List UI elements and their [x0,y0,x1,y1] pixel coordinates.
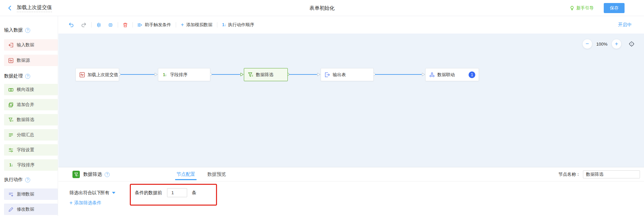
sidebar-item-field-settings[interactable]: 字段设置 [4,144,58,156]
node-name-label: 节点名称： [558,171,580,177]
filter-middle-label: 条件的数据前 [135,190,162,196]
filter-config-body: 筛选出符合以下 所有 条件的数据前 条 + 添加筛选条件 [58,181,644,216]
add-filter-condition-button[interactable]: + 添加筛选条件 [69,200,101,206]
horizontal-join-icon [8,87,13,92]
filter-icon [8,117,13,122]
edge-line [120,74,154,75]
toolbar-divider [132,22,133,28]
field-settings-icon [8,148,13,153]
sidebar-item-group-summary[interactable]: 分组汇总 [4,129,58,141]
import-icon [8,43,13,48]
filter-prefix-label: 筛选出符合以下 [69,190,101,196]
edge-line [375,74,422,75]
field-sort-icon: 1↓ [162,72,167,77]
zoom-out-button[interactable]: − [583,39,592,49]
section-title-data-processing: 数据处理 ? [4,73,30,79]
toolbar-divider [217,22,217,28]
section-title-actions: 执行动作 ? [4,177,30,183]
plus-icon: + [181,22,184,27]
flow-node-data-filter[interactable]: 数据筛选 [244,68,288,81]
edit-data-icon [8,207,13,212]
trigger-condition-icon [138,22,143,28]
beginner-guide-label: 新手引导 [576,5,594,11]
tab-node-config[interactable]: 节点配置 [176,167,195,181]
top-header: 加载上次提交值 表单初始化 新手引导 保存 [0,0,644,16]
zoom-level: 100% [596,42,607,47]
canvas-toolbar: 助手触发条件 + 添加模拟数据 1↓ 执行动作顺序 开启中 [58,16,644,34]
output-table-icon [325,72,330,77]
datasource-icon [8,58,13,63]
filter-icon [248,72,253,77]
match-mode-dropdown[interactable]: 所有 [100,190,115,196]
assistant-status-toggle[interactable]: 开启中 [618,16,632,34]
align-horizontal-icon[interactable] [108,22,113,28]
edge-line [212,74,240,75]
sidebar-item-horizontal-join[interactable]: 横向连接 [4,84,58,95]
sidebar-item-datasource[interactable]: 数据源 [4,55,58,66]
sidebar-item-append-merge[interactable]: 追加合并 [4,99,58,110]
add-data-icon [8,192,13,197]
help-icon[interactable]: ? [25,177,30,182]
limit-count-input[interactable] [167,188,187,197]
node-config-panel: 数据筛选 ? 节点配置 数据预览 节点名称： 筛选出符合以下 所有 条件的数据前… [58,167,644,216]
flow-node-data-linkage[interactable]: 数据联动 1 [425,68,479,81]
toolbar-divider [176,22,176,28]
help-icon[interactable]: ? [25,74,30,79]
edge-arrow-icon [154,72,158,76]
panel-node-title: 数据筛选 [83,171,102,177]
group-summary-icon [8,132,13,138]
help-icon[interactable]: ? [105,172,110,177]
flow-canvas[interactable]: − 100% + [58,34,644,167]
sidebar-item-add-data[interactable]: 新增数据 [4,188,58,200]
undo-icon[interactable] [68,22,74,28]
assistant-trigger-button[interactable]: 助手触发条件 [138,22,171,28]
help-icon[interactable]: ? [25,28,30,33]
sidebar-item-data-filter[interactable]: 数据筛选 [4,114,58,125]
zoom-in-button[interactable]: + [612,39,621,49]
section-title-input-data: 输入数据 ? [4,27,30,33]
data-linkage-icon [429,72,435,77]
beginner-guide-button[interactable]: 新手引导 [570,5,594,11]
sidebar-item-field-sort[interactable]: 1↓ 字段排序 [4,159,58,171]
toolbar-divider [91,22,92,28]
edge-arrow-icon [422,72,425,76]
edge-arrow-icon [317,72,321,76]
flow-node-load-last-submit[interactable]: 加载上次提交值 [75,68,119,81]
sidebar-item-edit-data[interactable]: 修改数据 [4,204,58,215]
append-merge-icon [8,102,13,107]
align-vertical-icon[interactable] [96,22,101,28]
tab-data-preview[interactable]: 数据预览 [207,167,226,181]
edge-arrow-icon [240,72,244,76]
sort-order-icon: 1↓ [222,22,226,27]
delete-icon[interactable] [123,22,128,28]
lightbulb-icon [570,6,575,11]
field-sort-icon: 1↓ [8,163,14,167]
back-icon[interactable] [7,5,13,11]
panel-tabs: 节点配置 数据预览 [176,167,226,181]
plus-icon: + [69,201,72,205]
filter-icon [72,171,80,178]
filter-suffix-label: 条 [192,190,197,196]
datasource-icon [79,72,85,77]
node-badge: 1 [469,71,475,78]
node-name-input[interactable] [583,170,640,178]
node-library-sidebar: 输入数据 ? 输入数据 数据源 数据处理 ? 横向连接 追加合并 数据筛选 [0,16,58,216]
page-title: 表单初始化 [0,0,644,16]
zoom-controls: − 100% + [583,39,635,49]
redo-icon[interactable] [81,22,87,28]
chevron-down-icon [112,192,115,194]
flow-name[interactable]: 加载上次提交值 [17,4,52,12]
edge-line [289,74,317,75]
main-area: 助手触发条件 + 添加模拟数据 1↓ 执行动作顺序 开启中 − 100% + [58,16,644,216]
toolbar-divider [118,22,118,28]
add-mock-data-button[interactable]: + 添加模拟数据 [181,22,212,28]
sidebar-item-input-data[interactable]: 输入数据 [4,39,58,51]
action-order-button[interactable]: 1↓ 执行动作顺序 [222,22,254,28]
locate-icon[interactable] [629,41,635,47]
panel-header: 数据筛选 ? 节点配置 数据预览 节点名称： [58,167,644,181]
flow-node-field-sort[interactable]: 1↓ 字段排序 [158,68,210,81]
save-button[interactable]: 保存 [604,3,625,13]
flow-node-output-table[interactable]: 输出表 [321,68,374,81]
